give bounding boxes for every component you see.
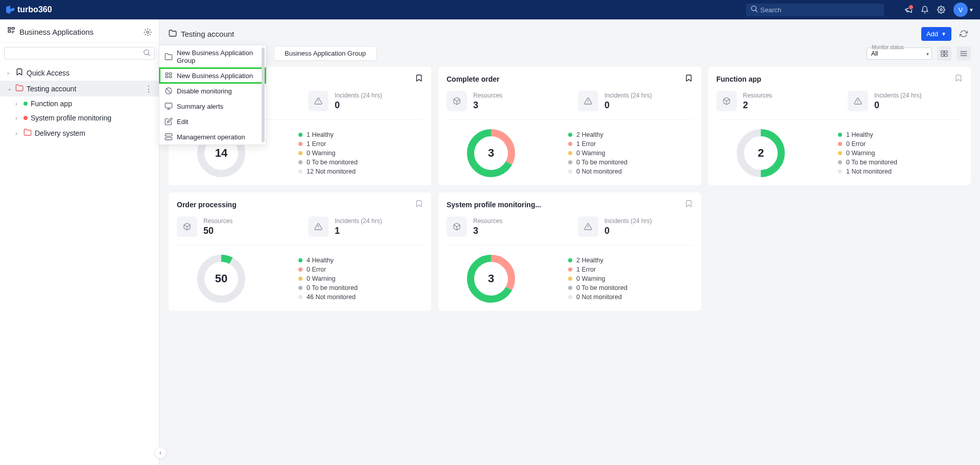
ctx-label: New Business Application <box>177 72 253 80</box>
scrollbar[interactable] <box>262 47 265 142</box>
folder-icon <box>24 128 32 138</box>
card[interactable]: Function app Resources 2 Incidents (24 h… <box>708 67 971 185</box>
card[interactable]: System profile monitoring... Resources 3… <box>438 192 701 311</box>
sidebar-search-input[interactable] <box>4 47 155 60</box>
ctx-item-new-group[interactable]: New Business Application Group <box>159 45 266 68</box>
incidents-value: 0 <box>874 100 922 111</box>
bd-error: 0 Error <box>846 140 866 148</box>
incidents-label: Incidents (24 hrs) <box>604 92 652 99</box>
ctx-item-new-app[interactable]: New Business Application <box>159 68 266 83</box>
search-input[interactable] <box>746 4 884 16</box>
bd-healthy: 1 Healthy <box>846 131 873 138</box>
donut-chart: 50 <box>197 255 245 303</box>
ctx-item-disable-monitoring[interactable]: Disable monitoring <box>159 83 266 99</box>
incidents-icon <box>308 216 329 237</box>
resources-icon <box>447 216 467 237</box>
ctx-item-management-operation[interactable]: Management operation <box>159 129 266 144</box>
sidebar-item-function-app[interactable]: › Function app <box>0 96 159 111</box>
avatar-initial: V <box>959 6 963 14</box>
resources-label: Resources <box>203 217 232 225</box>
breakdown-list: 1 Healthy 1 Error 0 Warning 0 To be moni… <box>298 129 423 177</box>
svg-rect-48 <box>165 103 172 108</box>
svg-rect-11 <box>941 54 944 56</box>
status-dot-icon <box>24 102 28 106</box>
card[interactable]: Order processing Resources 50 Incidents … <box>169 192 431 311</box>
sidebar-item-quick-access[interactable]: › Quick Access <box>0 65 159 81</box>
logo[interactable]: turbo360 <box>6 5 52 14</box>
donut-chart: 3 <box>467 129 515 177</box>
resources-icon <box>716 91 737 111</box>
bookmark-icon[interactable] <box>415 74 423 84</box>
avatar: V <box>953 3 968 17</box>
donut-chart: 3 <box>467 255 515 303</box>
monitor-icon <box>165 102 173 110</box>
group-tag-label: Business Application Group <box>285 50 366 57</box>
kebab-icon[interactable]: ⋮ <box>145 84 153 93</box>
card-title: Complete order <box>447 75 499 83</box>
global-search[interactable] <box>746 4 884 16</box>
bd-healthy: 4 Healthy <box>307 257 334 264</box>
bookmark-icon[interactable] <box>685 200 693 209</box>
sidebar-item-delivery-system[interactable]: › Delivery system <box>0 125 159 141</box>
ctx-label: Management operation <box>177 133 245 141</box>
sidebar-title: Business Applications <box>19 28 94 36</box>
sidebar-gear-icon[interactable] <box>144 28 152 36</box>
chevron-down-icon: ▼ <box>969 7 974 13</box>
card-title: Order processing <box>177 201 237 209</box>
sidebar: Business Applications › Quick Access ⌄ <box>0 19 159 465</box>
sidebar-tree: › Quick Access ⌄ Testing account ⋮ › Fun… <box>0 62 159 144</box>
folder-icon <box>165 53 173 61</box>
view-list-icon[interactable] <box>956 46 971 61</box>
svg-line-1 <box>756 10 757 12</box>
sidebar-item-system-profile[interactable]: › System profile monitoring <box>0 111 159 125</box>
ctx-label: Disable monitoring <box>177 87 232 95</box>
edit-icon <box>165 117 173 126</box>
sidebar-search[interactable] <box>4 47 155 60</box>
view-cards-icon[interactable] <box>937 46 951 61</box>
chevron-right-icon: › <box>7 70 12 76</box>
bd-healthy: 1 Healthy <box>307 131 334 138</box>
sidebar-item-label: System profile monitoring <box>31 114 111 122</box>
svg-rect-10 <box>945 51 947 53</box>
search-icon <box>143 48 151 59</box>
user-menu[interactable]: V ▼ <box>953 3 974 17</box>
bd-notmon: 0 Not monitored <box>576 293 622 301</box>
incidents-icon <box>308 91 329 111</box>
svg-line-8 <box>148 54 150 56</box>
card-title: System profile monitoring... <box>447 201 541 209</box>
folder-icon <box>169 29 177 39</box>
announcements-icon[interactable] <box>904 6 913 14</box>
status-dot-icon <box>24 116 28 120</box>
svg-rect-43 <box>169 73 172 75</box>
disable-icon <box>165 87 173 95</box>
collapse-sidebar-button[interactable]: ‹ <box>154 447 167 459</box>
breadcrumb: Testing account <box>181 30 234 38</box>
card-title: Function app <box>716 75 761 83</box>
bd-warning: 0 Warning <box>307 150 336 157</box>
refresh-icon[interactable] <box>956 27 971 41</box>
bell-icon[interactable] <box>921 6 929 14</box>
group-tag: Business Application Group <box>274 46 377 61</box>
bookmark-icon[interactable] <box>415 200 423 209</box>
svg-rect-44 <box>166 76 168 78</box>
breakdown-list: 2 Healthy 1 Error 0 Warning 0 To be moni… <box>568 255 693 303</box>
sidebar-item-testing-account[interactable]: ⌄ Testing account ⋮ <box>0 81 159 96</box>
add-button[interactable]: Add ▼ <box>921 27 951 41</box>
svg-line-47 <box>166 88 171 93</box>
bd-healthy: 2 Healthy <box>576 257 603 264</box>
bd-tbm: 0 To be monitored <box>307 159 358 166</box>
chevron-right-icon: › <box>15 101 20 107</box>
svg-rect-3 <box>8 28 11 29</box>
incidents-label: Incidents (24 hrs) <box>874 92 922 99</box>
svg-point-7 <box>144 50 149 54</box>
bookmark-icon[interactable] <box>954 74 963 84</box>
server-icon <box>165 133 173 141</box>
monitor-status-filter[interactable]: Monitor status All <box>867 47 932 60</box>
card[interactable]: Complete order Resources 3 Incidents (24… <box>438 67 701 185</box>
sidebar-header: Business Applications <box>0 19 159 43</box>
gear-icon[interactable] <box>937 6 945 14</box>
ctx-item-summary-alerts[interactable]: Summary alerts <box>159 99 266 114</box>
donut-total: 2 <box>737 129 785 177</box>
ctx-item-edit[interactable]: Edit <box>159 114 266 129</box>
bookmark-icon[interactable] <box>685 74 693 84</box>
